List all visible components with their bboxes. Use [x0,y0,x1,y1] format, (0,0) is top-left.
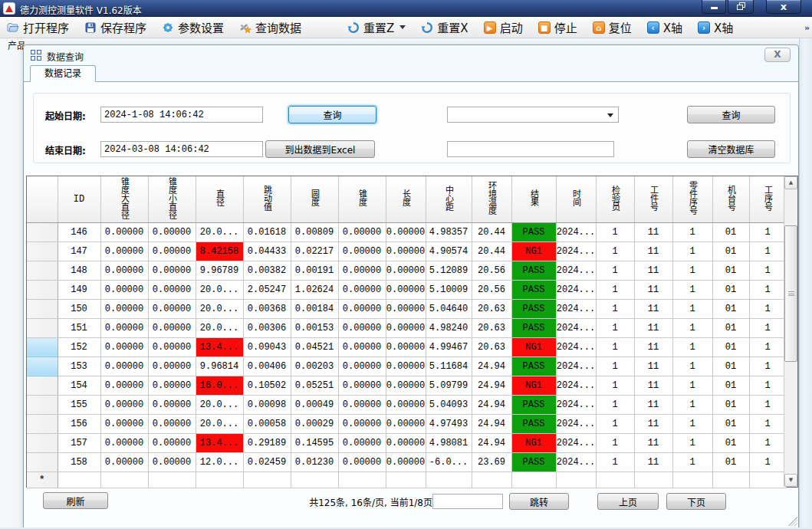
cell[interactable]: 1 [672,299,712,318]
jump-button[interactable]: 跳转 [509,493,569,510]
cell[interactable]: 5.04640 [426,299,472,318]
cell[interactable]: 1 [596,261,634,280]
cell[interactable]: 0.01618 [243,222,291,242]
cell[interactable]: 0.29189 [243,433,291,452]
cell[interactable]: 24.94 [472,414,511,433]
cell[interactable]: 146 [58,222,100,242]
cell[interactable]: 1 [596,414,634,433]
cell[interactable]: 1 [672,376,712,395]
toolbar-overflow-icon[interactable]: » [804,23,810,33]
cell[interactable]: 24.94 [472,395,511,414]
cell[interactable]: PASS [511,280,556,299]
cell[interactable]: 0.00000 [100,356,148,376]
cell[interactable]: 01 [712,318,749,337]
cell[interactable]: 5.10009 [426,280,472,299]
column-header-3[interactable]: 直径 [196,176,243,222]
cell[interactable]: 9.96814 [196,356,243,376]
cell[interactable] [511,472,556,488]
cell[interactable]: 11 [634,261,672,280]
cell[interactable]: 0.00000 [148,261,196,280]
cell[interactable]: 0.00000 [386,299,426,318]
cell[interactable]: 20.0... [196,299,243,318]
cell[interactable]: 11 [634,356,672,376]
cell[interactable]: 0.00000 [148,452,196,472]
cell[interactable]: 20.0... [196,280,243,299]
cell[interactable]: 13.4... [196,433,243,452]
cell[interactable]: 24.94 [472,356,511,376]
cell[interactable]: 1 [749,395,786,414]
cell[interactable]: 0.00000 [100,414,148,433]
cell[interactable]: 2024... [556,356,596,376]
cell[interactable]: 11 [634,337,672,356]
query-data-button[interactable]: 查询数据 [237,18,304,37]
home-reset-button[interactable]: ⌂ 复位 [590,18,634,37]
cell[interactable]: 0.00000 [386,242,426,261]
cell[interactable]: 24.94 [472,433,511,452]
cell[interactable]: 0.00000 [386,261,426,280]
cell[interactable] [596,472,634,488]
cell[interactable]: PASS [511,261,556,280]
cell[interactable]: 01 [712,433,749,452]
cell[interactable]: 5.12089 [426,261,472,280]
cell[interactable]: 0.09043 [243,337,291,356]
cell[interactable]: 1 [596,280,634,299]
cell[interactable]: 20.0... [196,318,243,337]
page-jump-input[interactable] [432,494,503,509]
cell[interactable] [556,472,596,488]
cell[interactable]: 5.11684 [426,356,472,376]
cell[interactable] [712,472,749,488]
cell[interactable]: 158 [58,452,100,472]
cell[interactable]: 1 [672,242,712,261]
cell[interactable]: 2.05247 [243,280,291,299]
row-header-cell[interactable] [27,242,58,261]
cell[interactable]: 0.00368 [243,299,291,318]
row-header-cell[interactable] [27,395,58,414]
cell[interactable]: 0.02217 [291,242,338,261]
cell[interactable]: 0.00000 [100,452,148,472]
scroll-thumb[interactable] [784,225,797,362]
start-date-input[interactable] [100,107,263,123]
cell[interactable]: 0.00000 [148,222,196,242]
cell[interactable]: 20.63 [472,337,511,356]
cell[interactable]: 9.96789 [196,261,243,280]
cell[interactable]: 0.00000 [338,395,386,414]
cell[interactable]: 11 [634,395,672,414]
cell[interactable]: 2024... [556,242,596,261]
cell[interactable]: 1 [749,318,786,337]
cell[interactable]: 0.00000 [338,318,386,337]
cell[interactable]: 0.00000 [386,433,426,452]
cell[interactable]: 0.00000 [148,318,196,337]
cell[interactable]: 8.42158 [196,242,243,261]
cell[interactable]: 01 [712,376,749,395]
cell[interactable]: 0.00000 [148,376,196,395]
cell[interactable]: 0.00000 [148,299,196,318]
cell[interactable]: 01 [712,452,749,472]
prev-page-button[interactable]: 上页 [597,493,659,510]
cell[interactable]: 11 [634,242,672,261]
cell[interactable]: 1 [672,318,712,337]
dropdown-icon[interactable] [399,25,406,29]
cell[interactable]: PASS [511,356,556,376]
cell[interactable]: 2024... [556,318,596,337]
cell[interactable]: 24.94 [472,376,511,395]
x-axis-right-button[interactable]: › X轴 [695,18,735,37]
open-program-button[interactable]: 打开程序 [5,18,71,37]
cell[interactable]: PASS [511,452,556,472]
cell[interactable]: 0.14595 [291,433,338,452]
cell[interactable]: 0.02459 [243,452,291,472]
cell[interactable]: 0.00000 [338,222,386,242]
cell[interactable]: 2024... [556,261,596,280]
cell[interactable]: 0.00000 [338,452,386,472]
cell[interactable]: 1 [596,356,634,376]
cell[interactable]: 20.44 [472,242,511,261]
cell[interactable]: 20.44 [472,222,511,242]
row-header-cell[interactable] [27,356,58,376]
cell[interactable]: 11 [634,222,672,242]
row-selector-header[interactable] [27,176,58,222]
cell[interactable]: 0.00000 [148,414,196,433]
cell[interactable]: 1 [749,414,786,433]
cell[interactable]: 0.00000 [386,452,426,472]
cell[interactable]: 0.00000 [148,356,196,376]
cell[interactable]: 0.04521 [291,337,338,356]
column-header-10[interactable]: 结果 [511,176,556,222]
